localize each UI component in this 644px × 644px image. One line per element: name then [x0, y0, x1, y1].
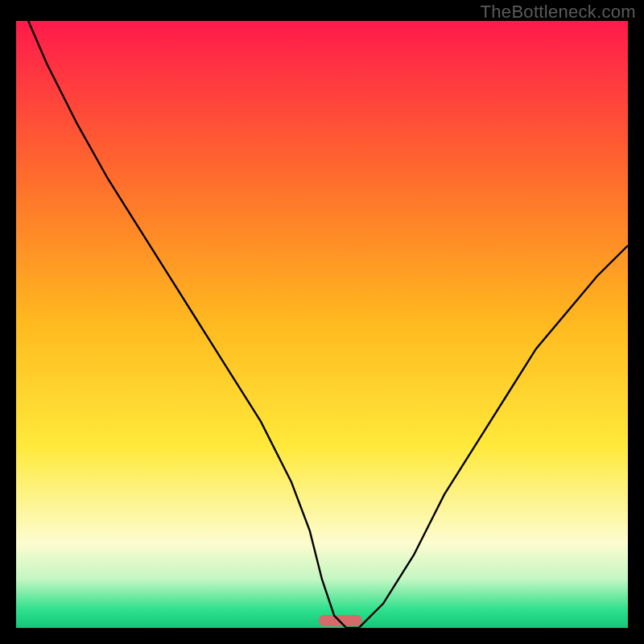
bottleneck-chart — [0, 0, 644, 644]
plot-background — [16, 21, 628, 628]
watermark-text: TheBottleneck.com — [481, 2, 636, 23]
chart-frame: TheBottleneck.com — [0, 0, 644, 644]
